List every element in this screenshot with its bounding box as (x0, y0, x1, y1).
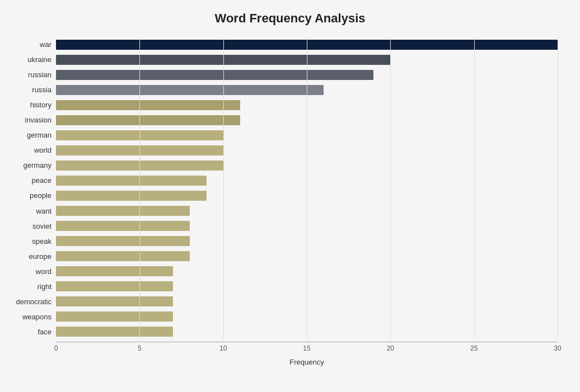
bar (56, 251, 190, 261)
bar-label: world (1, 146, 52, 154)
bar-label: word (1, 267, 52, 276)
grid-line (558, 37, 558, 339)
bar-label: history (1, 101, 52, 109)
x-axis-container: 051015202530Frequency (56, 342, 558, 370)
grid-line (223, 37, 224, 339)
chart-area: warukrainerussianrussiahistoryinvasionge… (56, 37, 558, 339)
bar-label: people (1, 191, 52, 200)
bar (56, 176, 207, 186)
bar (56, 311, 173, 322)
grid-line (474, 37, 475, 339)
bar-label: russia (1, 86, 52, 94)
x-tick-label: 30 (554, 344, 561, 352)
bars-area: warukrainerussianrussiahistoryinvasionge… (56, 37, 558, 339)
x-axis-ticks-row: 051015202530 (56, 342, 558, 342)
x-tick-label: 0 (54, 344, 58, 352)
bar (56, 100, 240, 110)
bar (56, 296, 173, 306)
bar (56, 221, 190, 231)
bar-label: russian (1, 70, 52, 79)
bar-label: invasion (1, 116, 52, 124)
grid-line (390, 37, 391, 339)
bar-label: europe (1, 252, 52, 261)
x-tick-label: 10 (219, 344, 227, 352)
bar-label: want (1, 207, 52, 215)
bar-label: face (1, 328, 52, 336)
bar-label: right (1, 282, 52, 291)
bar-label: weapons (1, 313, 52, 321)
chart-container: Word Frequency Analysis warukrainerussia… (0, 0, 580, 392)
bar (56, 266, 173, 276)
bar (56, 115, 240, 125)
bar-label: german (1, 131, 52, 139)
x-tick-label: 20 (387, 344, 394, 352)
x-tick-label: 5 (138, 344, 142, 352)
bar-label: germany (1, 161, 52, 169)
x-tick-label: 25 (470, 344, 478, 352)
bar-label: peace (1, 176, 52, 185)
bar-label: war (1, 40, 52, 49)
bar-label: ukraine (1, 55, 52, 64)
x-axis-label: Frequency (56, 358, 558, 366)
grid-line (139, 37, 140, 339)
bar (56, 191, 207, 201)
bar-label: democratic (1, 297, 52, 306)
bar (56, 327, 173, 337)
bar-label: speak (1, 237, 52, 245)
bar (56, 85, 324, 95)
grid-line (307, 37, 307, 339)
bar (56, 70, 373, 80)
bar (56, 281, 173, 291)
bar-label: soviet (1, 222, 52, 230)
x-tick-label: 15 (303, 344, 310, 352)
bar (56, 206, 190, 216)
chart-title: Word Frequency Analysis (22, 11, 558, 26)
bar (56, 236, 190, 246)
